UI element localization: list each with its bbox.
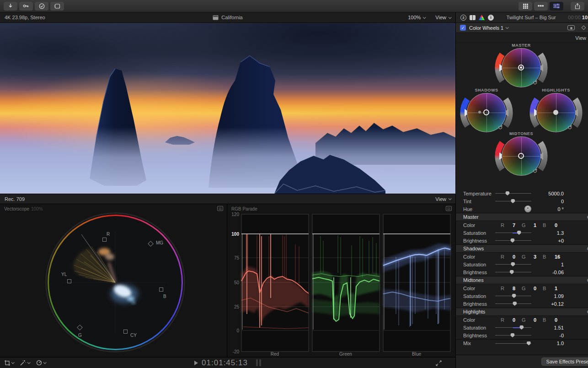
tint-slider[interactable] bbox=[495, 199, 531, 204]
effect-name-menu[interactable]: Color Wheels 1 bbox=[469, 25, 508, 31]
wheel-puck[interactable] bbox=[483, 109, 489, 115]
rgb-parade-panel: RGB Parade bbox=[227, 204, 455, 357]
master-color-row: Color R7 G1 B0 bbox=[456, 221, 588, 229]
shadows-g-value[interactable]: 3 bbox=[534, 254, 543, 260]
background-tasks-button[interactable] bbox=[35, 2, 48, 11]
wheels-view-menu[interactable]: View bbox=[575, 35, 588, 41]
midtones-saturation-slider[interactable] bbox=[495, 293, 531, 298]
retime-menu[interactable] bbox=[36, 360, 46, 366]
scopes-view-menu[interactable]: View bbox=[435, 196, 451, 202]
browser-view-button[interactable] bbox=[519, 2, 532, 11]
mix-slider[interactable] bbox=[495, 341, 531, 346]
shadows-r-value[interactable]: 0 bbox=[513, 254, 522, 260]
list-view-button[interactable] bbox=[534, 2, 548, 11]
keyword-button[interactable] bbox=[19, 2, 33, 11]
highlights-r-value[interactable]: 0 bbox=[513, 317, 522, 323]
master-brightness-slider[interactable] bbox=[495, 238, 531, 243]
highlights-saturation-slider[interactable] bbox=[495, 325, 531, 330]
top-toolbar bbox=[0, 0, 588, 12]
hue-knob[interactable] bbox=[524, 206, 531, 212]
section-header-highlights: Highlights↺ bbox=[456, 308, 588, 316]
parade-ytick: 75 bbox=[234, 255, 240, 260]
master-b-value[interactable]: 0 bbox=[555, 222, 564, 228]
wheel-reset-button[interactable]: ↺ bbox=[533, 80, 538, 86]
shadows-wheel[interactable]: SHADOWS ↺ bbox=[452, 88, 521, 137]
midtones-brightness-slider[interactable] bbox=[495, 301, 531, 306]
vectorscope-target-cy bbox=[123, 330, 128, 334]
effects-count-tab[interactable]: 2 bbox=[460, 14, 467, 21]
chevron-down-icon bbox=[506, 26, 509, 29]
expand-timeline-button[interactable] bbox=[436, 360, 442, 368]
chevron-down-icon bbox=[27, 361, 31, 364]
midtones-wheel[interactable]: MIDTONES ↺ bbox=[487, 131, 556, 181]
clip-duration: 00:00 10:00 bbox=[568, 15, 588, 20]
inspector-view-row: View bbox=[456, 33, 588, 43]
master-brightness-value[interactable]: +0 bbox=[537, 238, 564, 244]
temperature-row: Temperature 5000.0 bbox=[456, 189, 588, 197]
shadows-saturation-value[interactable]: 1 bbox=[537, 262, 564, 267]
wheel-reset-button[interactable]: ↺ bbox=[533, 168, 538, 174]
shadows-brightness-value[interactable]: -0.06 bbox=[537, 270, 564, 275]
audio-meters[interactable] bbox=[256, 359, 261, 366]
tint-value[interactable]: 0 bbox=[537, 199, 564, 204]
shadows-saturation-slider[interactable] bbox=[495, 262, 531, 267]
wheel-reset-button[interactable]: ↺ bbox=[498, 124, 503, 130]
highlights-g-value[interactable]: 0 bbox=[534, 317, 543, 323]
enhancements-menu[interactable] bbox=[20, 360, 30, 366]
magic-wand-icon bbox=[20, 360, 26, 366]
clip-format: 4K 23.98p, Stereo bbox=[5, 15, 45, 20]
mix-row: Mix 1.0 bbox=[456, 339, 588, 347]
coastal-rocks-image bbox=[0, 23, 455, 194]
wheel-puck-dot bbox=[478, 111, 481, 114]
highlights-b-value[interactable]: 0 bbox=[555, 317, 564, 323]
video-icon bbox=[470, 15, 476, 20]
highlights-saturation-value[interactable]: 1.51 bbox=[537, 325, 564, 330]
temperature-slider[interactable] bbox=[495, 191, 531, 196]
midtones-g-value[interactable]: 0 bbox=[534, 286, 543, 291]
chevron-down-icon bbox=[449, 16, 452, 19]
master-wheel[interactable]: MASTER ↺ bbox=[487, 43, 556, 92]
toolbar-right-group bbox=[519, 2, 584, 11]
color-inspector-tab[interactable] bbox=[478, 14, 485, 21]
color-wheels-area: MASTER ↺ bbox=[456, 43, 588, 189]
inspector-toggle-button[interactable] bbox=[550, 2, 563, 11]
master-r-value[interactable]: 7 bbox=[513, 222, 522, 228]
mask-icon[interactable] bbox=[567, 25, 575, 30]
highlights-saturation-row: Saturation 1.51 bbox=[456, 324, 588, 331]
crop-tool-menu[interactable] bbox=[5, 360, 14, 366]
master-g-value[interactable]: 1 bbox=[534, 222, 543, 228]
wheel-reset-button[interactable]: ↺ bbox=[567, 124, 572, 130]
viewer-canvas[interactable] bbox=[0, 23, 455, 194]
wheel-puck[interactable] bbox=[518, 153, 524, 159]
info-inspector-tab[interactable]: i bbox=[487, 14, 494, 21]
save-effects-preset-button[interactable]: Save Effects Preset bbox=[541, 357, 588, 366]
shadows-brightness-slider[interactable] bbox=[495, 270, 531, 275]
inspector-sliders-icon bbox=[553, 3, 560, 9]
parade-channel-label: Red bbox=[271, 352, 279, 357]
video-inspector-tab[interactable] bbox=[469, 14, 476, 21]
midtones-b-value[interactable]: 1 bbox=[555, 286, 564, 291]
midtones-r-value[interactable]: 8 bbox=[513, 286, 522, 291]
share-button[interactable] bbox=[571, 2, 584, 11]
import-button[interactable] bbox=[4, 2, 17, 11]
highlights-brightness-slider[interactable] bbox=[495, 333, 531, 338]
mix-value[interactable]: 1.0 bbox=[537, 341, 564, 346]
range-check-button[interactable] bbox=[50, 2, 64, 11]
midtones-brightness-value[interactable]: +0.12 bbox=[537, 301, 564, 307]
timecode-display[interactable]: 01:01:45:13 bbox=[202, 358, 248, 368]
highlights-brightness-value[interactable]: -0 bbox=[537, 333, 564, 338]
shadows-b-value[interactable]: 16 bbox=[555, 254, 564, 260]
clip-title: Twilight Surf – Big Sur bbox=[497, 15, 566, 20]
master-saturation-value[interactable]: 1.3 bbox=[537, 230, 564, 236]
keyframe-diamond-icon[interactable] bbox=[582, 26, 586, 30]
vectorscope-target-label: B bbox=[163, 294, 166, 299]
wheel-puck[interactable] bbox=[553, 110, 558, 115]
highlights-wheel[interactable]: HIGHLIGHTS ↺ bbox=[522, 88, 588, 137]
viewer-view-menu[interactable]: View bbox=[435, 15, 451, 20]
hue-value[interactable]: 0 ° bbox=[537, 206, 564, 212]
effect-enabled-checkbox[interactable]: ✓ bbox=[460, 25, 466, 31]
midtones-saturation-value[interactable]: 1.09 bbox=[537, 293, 564, 299]
viewer-zoom-menu[interactable]: 100% bbox=[408, 15, 425, 20]
master-saturation-slider[interactable] bbox=[495, 230, 531, 235]
temperature-value[interactable]: 5000.0 bbox=[537, 191, 564, 196]
